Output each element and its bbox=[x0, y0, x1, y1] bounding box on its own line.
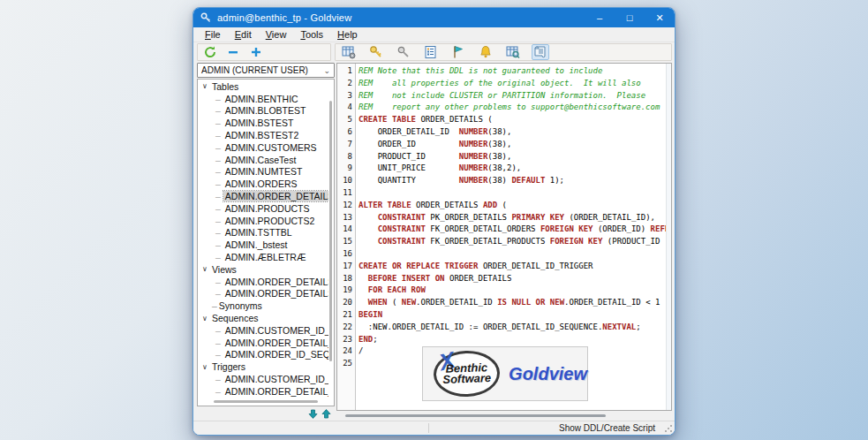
tree-item[interactable]: –ADMIN.ORDERS bbox=[200, 178, 328, 190]
benthic-logo-oval: X Benthic Software bbox=[433, 350, 501, 398]
status-message: Show DDL/Create Script bbox=[559, 423, 655, 433]
tree-item[interactable]: –ADMIN.ORDER_DETAILS bbox=[200, 190, 328, 202]
window-title: admin@benthic_tp - Goldview bbox=[217, 12, 585, 23]
tree-item[interactable]: –ADMIN.BSTEST bbox=[200, 117, 328, 129]
statusbar-divider bbox=[428, 423, 429, 433]
tree-item[interactable]: –ADMIN.TSTTBL bbox=[200, 227, 328, 239]
object-tree: ∨Tables–ADMIN.BENTHIC–ADMIN.BLOBTEST–ADM… bbox=[200, 80, 328, 398]
code-line: :NEW.ORDER_DETAIL_ID := ORDER_DETAIL_ID_… bbox=[359, 322, 671, 334]
tree-vertical-scrollbar[interactable] bbox=[329, 81, 333, 397]
table-search-icon[interactable] bbox=[504, 44, 522, 60]
code-line: CREATE OR REPLACE TRIGGER ORDER_DETAIL_I… bbox=[359, 261, 671, 273]
tree-item[interactable]: –ADMIN.CUSTOMERS bbox=[200, 141, 328, 154]
code-line: UNIT_PRICE NUMBER(38,2), bbox=[359, 163, 671, 175]
object-tree-panel: ∨Tables–ADMIN.BENTHIC–ADMIN.BLOBTEST–ADM… bbox=[197, 79, 335, 406]
tree-item[interactable]: –ADMIN.ORDER_DETAIL_ID_T bbox=[200, 385, 328, 398]
tree-item[interactable]: –ADMIN.ORDER_ID_SEQUEN bbox=[200, 349, 328, 361]
object-browser: ADMIN (CURRENT USER) ⌄ ∨Tables–ADMIN.BEN… bbox=[197, 63, 335, 421]
tree-item[interactable]: –ADMIN.CaseTest bbox=[200, 154, 328, 166]
tree-item[interactable]: –ADMIN.ORDER_DETAILS_VIE bbox=[200, 276, 328, 288]
title-bar[interactable]: admin@benthic_tp - Goldview – □ ✕ bbox=[193, 8, 675, 27]
code-line: WHEN ( NEW.ORDER_DETAIL_ID IS NULL OR NE… bbox=[359, 297, 671, 309]
logo-text-goldview: Goldview bbox=[509, 364, 587, 384]
tree-item[interactable]: –ADMIN.ORDER_DETAILS_VIE bbox=[200, 288, 328, 300]
list-icon[interactable] bbox=[422, 44, 440, 60]
code-line: BEFORE INSERT ON ORDER_DETAILS bbox=[359, 273, 671, 285]
tree-section-tables[interactable]: ∨Tables bbox=[200, 80, 328, 93]
code-editor[interactable]: 1234567891011121314151617181920212223242… bbox=[336, 63, 672, 411]
tree-nav-strip bbox=[197, 406, 335, 421]
code-line: ORDER_DETAIL_ID NUMBER(38), bbox=[359, 126, 671, 139]
tree-item[interactable]: –ADMIN.NUMTEST bbox=[200, 166, 328, 178]
goldview-window: admin@benthic_tp - Goldview – □ ✕ FileEd… bbox=[192, 7, 676, 436]
resize-grip-icon[interactable] bbox=[664, 424, 673, 433]
code-line: REM Note that this DDL is not guaranteed… bbox=[359, 65, 671, 78]
tree-item[interactable]: –ADMIN.PRODUCTS bbox=[200, 202, 328, 215]
code-line: ORDER_ID NUMBER(38), bbox=[359, 139, 671, 151]
menu-file[interactable]: File bbox=[199, 28, 227, 41]
tree-horizontal-scrollbar[interactable] bbox=[214, 400, 318, 403]
code-line: CREATE TABLE ORDER_DETAILS ( bbox=[359, 114, 671, 126]
code-line: CONSTRAINT PK_ORDER_DETAILS PRIMARY KEY … bbox=[359, 212, 671, 224]
tree-item[interactable]: –ADMIN.ÆBLETRÆ bbox=[200, 251, 328, 263]
tree-section-triggers[interactable]: ∨Triggers bbox=[200, 360, 328, 373]
close-button[interactable]: ✕ bbox=[645, 8, 675, 27]
editor-horizontal-scrollbar-track bbox=[336, 411, 672, 421]
schema-selector[interactable]: ADMIN (CURRENT USER) ⌄ bbox=[197, 63, 335, 78]
code-line: FOR EACH ROW bbox=[359, 284, 671, 297]
menu-bar: FileEditViewToolsHelp bbox=[193, 27, 675, 42]
code-line: CONSTRAINT FK_ORDER_DETAIL_PRODUCTS FORE… bbox=[359, 236, 671, 248]
bell-icon[interactable] bbox=[477, 44, 494, 60]
benthic-logo: X Benthic Software Goldview bbox=[422, 346, 588, 401]
code-line bbox=[359, 187, 671, 200]
code-line: PRODUCT_ID NUMBER(38), bbox=[359, 151, 671, 163]
key-gray-icon[interactable] bbox=[395, 44, 412, 60]
chevron-down-icon: ⌄ bbox=[323, 66, 330, 75]
move-up-icon[interactable] bbox=[321, 409, 331, 419]
tree-item[interactable]: –ADMIN.ORDER_DETAIL_ID_S bbox=[200, 337, 328, 349]
logo-text-software: Software bbox=[442, 373, 491, 385]
tree-item[interactable]: –ADMIN.PRODUCTS2 bbox=[200, 215, 328, 227]
code-line bbox=[359, 248, 671, 261]
expand-chevron-icon[interactable]: ∨ bbox=[202, 315, 210, 322]
tree-item[interactable]: –ADMIN.BLOBTEST bbox=[200, 105, 328, 118]
code-line: QUANTITY NUMBER(38) DEFAULT 1); bbox=[359, 175, 671, 187]
app-key-icon bbox=[200, 12, 212, 24]
add-icon[interactable] bbox=[247, 44, 265, 60]
code-line: REM not include CLUSTER or PARTITION inf… bbox=[359, 90, 671, 102]
tree-item[interactable]: –ADMIN.CUSTOMER_ID_TRIG bbox=[200, 373, 328, 385]
tree-item[interactable]: –ADMIN._bstest bbox=[200, 239, 328, 251]
expand-chevron-icon[interactable]: ∨ bbox=[202, 363, 210, 371]
move-down-icon[interactable] bbox=[308, 409, 318, 419]
tree-section-views[interactable]: ∨Views bbox=[200, 263, 328, 276]
expand-chevron-icon[interactable]: ∨ bbox=[202, 82, 210, 90]
menu-tools[interactable]: Tools bbox=[294, 28, 329, 41]
expand-chevron-icon[interactable]: ∨ bbox=[202, 265, 210, 273]
tree-item[interactable]: –ADMIN.BSTEST2 bbox=[200, 129, 328, 141]
maximize-button[interactable]: □ bbox=[615, 8, 645, 27]
minimize-button[interactable]: – bbox=[585, 8, 615, 27]
tree-section-synonyms[interactable]: –Synonyms bbox=[200, 300, 328, 312]
table-options-icon[interactable] bbox=[340, 44, 358, 60]
menu-edit[interactable]: Edit bbox=[229, 28, 258, 41]
flag-icon[interactable] bbox=[449, 44, 467, 60]
code-line: BEGIN bbox=[359, 309, 671, 322]
code-line: CONSTRAINT FK_ORDER_DETAIL_ORDERS FOREIG… bbox=[359, 224, 671, 236]
line-number-gutter: 1234567891011121314151617181920212223242… bbox=[337, 64, 356, 410]
editor-horizontal-scrollbar[interactable] bbox=[345, 414, 606, 417]
toolbar bbox=[193, 42, 675, 63]
main-area: ADMIN (CURRENT USER) ⌄ ∨Tables–ADMIN.BEN… bbox=[193, 63, 675, 421]
refresh-icon[interactable] bbox=[201, 44, 219, 60]
tree-item[interactable]: –ADMIN.CUSTOMER_ID_SEQ bbox=[200, 324, 328, 337]
menu-view[interactable]: View bbox=[260, 28, 293, 41]
tree-item[interactable]: –ADMIN.BENTHIC bbox=[200, 93, 328, 105]
editor-vertical-scrollbar[interactable] bbox=[666, 64, 671, 410]
tree-section-sequences[interactable]: ∨Sequences bbox=[200, 312, 328, 324]
remove-icon[interactable] bbox=[224, 44, 242, 60]
script-icon[interactable] bbox=[532, 44, 549, 60]
toolbar-group-left bbox=[197, 43, 331, 61]
toolbar-group-right bbox=[335, 43, 672, 61]
key-gold-icon[interactable] bbox=[367, 44, 385, 60]
status-bar: Show DDL/Create Script bbox=[193, 421, 675, 435]
menu-help[interactable]: Help bbox=[331, 28, 364, 41]
